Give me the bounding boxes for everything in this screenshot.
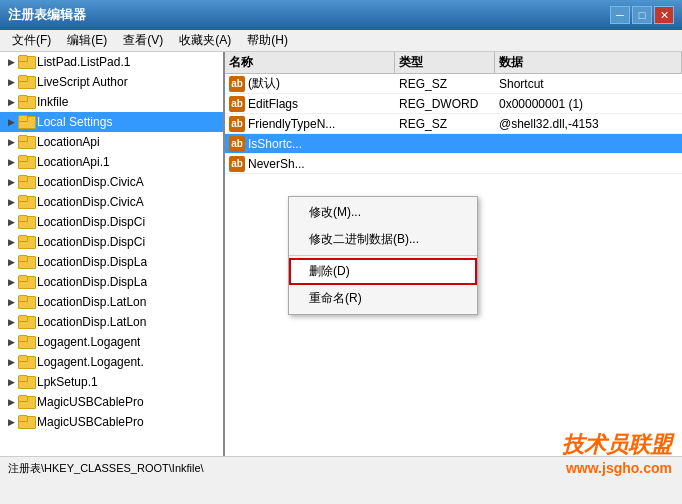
tree-item[interactable]: ▶Logagent.Logagent. (0, 352, 223, 372)
tree-item-label: ListPad.ListPad.1 (37, 55, 130, 69)
watermark-logo: 技术员联盟 (562, 430, 672, 460)
col-header-name: 名称 (225, 52, 395, 73)
tree-item[interactable]: ▶Logagent.Logagent (0, 332, 223, 352)
registry-value-icon: ab (229, 76, 245, 92)
close-button[interactable]: ✕ (654, 6, 674, 24)
reg-cell-name: abEditFlags (225, 96, 395, 112)
registry-value-icon: ab (229, 96, 245, 112)
folder-icon (18, 215, 34, 229)
context-menu: 修改(M)...修改二进制数据(B)...删除(D)重命名(R) (288, 196, 478, 315)
tree-item[interactable]: ▶MagicUSBCablePro (0, 392, 223, 412)
registry-row[interactable]: abIsShortc... (225, 134, 682, 154)
menu-help[interactable]: 帮助(H) (239, 30, 296, 51)
context-menu-item[interactable]: 修改二进制数据(B)... (289, 226, 477, 253)
folder-icon (18, 235, 34, 249)
tree-arrow-icon: ▶ (4, 115, 18, 129)
folder-icon (18, 95, 34, 109)
registry-row[interactable]: abNeverSh... (225, 154, 682, 174)
status-text: 注册表\HKEY_CLASSES_ROOT\Inkfile\ (8, 461, 204, 476)
tree-item[interactable]: ▶LocationDisp.CivicA (0, 192, 223, 212)
tree-item[interactable]: ▶LocationDisp.CivicA (0, 172, 223, 192)
tree-item[interactable]: ▶LocationApi.1 (0, 152, 223, 172)
tree-item-label: LocationDisp.DispLa (37, 275, 147, 289)
tree-item-label: LocationDisp.DispCi (37, 235, 145, 249)
folder-icon (18, 155, 34, 169)
registry-value-icon: ab (229, 136, 245, 152)
tree-item[interactable]: ▶ListPad.ListPad.1 (0, 52, 223, 72)
tree-item-label: LocationApi.1 (37, 155, 110, 169)
tree-arrow-icon: ▶ (4, 335, 18, 349)
reg-name-text: IsShortc... (248, 137, 302, 151)
tree-item-label: Logagent.Logagent. (37, 355, 144, 369)
tree-item-label: Local Settings (37, 115, 112, 129)
tree-scroll[interactable]: ▶ListPad.ListPad.1▶LiveScript Author▶Ink… (0, 52, 223, 434)
folder-icon (18, 295, 34, 309)
registry-row[interactable]: abFriendlyTypeN...REG_SZ@shell32.dll,-41… (225, 114, 682, 134)
watermark: 技术员联盟 www.jsgho.com (562, 430, 672, 476)
reg-cell-data: @shell32.dll,-4153 (495, 117, 682, 131)
col-header-type: 类型 (395, 52, 495, 73)
context-menu-item[interactable]: 重命名(R) (289, 285, 477, 312)
context-menu-item[interactable]: 修改(M)... (289, 199, 477, 226)
tree-item-label: LpkSetup.1 (37, 375, 98, 389)
reg-cell-data: 0x00000001 (1) (495, 97, 682, 111)
folder-icon (18, 75, 34, 89)
menu-favorites[interactable]: 收藏夹(A) (171, 30, 239, 51)
tree-arrow-icon: ▶ (4, 255, 18, 269)
registry-value-icon: ab (229, 156, 245, 172)
menu-bar: 文件(F) 编辑(E) 查看(V) 收藏夹(A) 帮助(H) (0, 30, 682, 52)
column-headers: 名称 类型 数据 (225, 52, 682, 74)
maximize-button[interactable]: □ (632, 6, 652, 24)
col-header-data: 数据 (495, 52, 682, 73)
reg-cell-type: REG_SZ (395, 117, 495, 131)
reg-name-text: EditFlags (248, 97, 298, 111)
tree-item-label: MagicUSBCablePro (37, 395, 144, 409)
registry-row[interactable]: abEditFlagsREG_DWORD0x00000001 (1) (225, 94, 682, 114)
tree-item[interactable]: ▶LocationDisp.LatLon (0, 292, 223, 312)
registry-value-icon: ab (229, 116, 245, 132)
tree-item[interactable]: ▶Inkfile (0, 92, 223, 112)
folder-icon (18, 415, 34, 429)
folder-icon (18, 115, 34, 129)
tree-arrow-icon: ▶ (4, 175, 18, 189)
tree-item[interactable]: ▶LocationDisp.DispLa (0, 272, 223, 292)
tree-item[interactable]: ▶LocationDisp.DispCi (0, 232, 223, 252)
tree-item-label: Inkfile (37, 95, 68, 109)
reg-name-text: NeverSh... (248, 157, 305, 171)
tree-item-label: LocationDisp.DispLa (37, 255, 147, 269)
tree-item[interactable]: ▶LocationApi (0, 132, 223, 152)
context-menu-item[interactable]: 删除(D) (289, 258, 477, 285)
registry-row[interactable]: ab(默认)REG_SZShortcut (225, 74, 682, 94)
reg-cell-name: ab(默认) (225, 75, 395, 92)
folder-icon (18, 255, 34, 269)
tree-item[interactable]: ▶LocationDisp.LatLon (0, 312, 223, 332)
folder-icon (18, 135, 34, 149)
folder-icon (18, 175, 34, 189)
tree-item[interactable]: ▶MagicUSBCablePro (0, 412, 223, 432)
tree-item[interactable]: ▶LocationDisp.DispCi (0, 212, 223, 232)
reg-cell-name: abNeverSh... (225, 156, 395, 172)
tree-arrow-icon: ▶ (4, 135, 18, 149)
tree-arrow-icon: ▶ (4, 215, 18, 229)
tree-item-label: Logagent.Logagent (37, 335, 140, 349)
tree-item-label: LocationApi (37, 135, 100, 149)
reg-name-text: FriendlyTypeN... (248, 117, 335, 131)
tree-item[interactable]: ▶Local Settings (0, 112, 223, 132)
tree-arrow-icon: ▶ (4, 295, 18, 309)
folder-icon (18, 375, 34, 389)
tree-item[interactable]: ▶LocationDisp.DispLa (0, 252, 223, 272)
menu-file[interactable]: 文件(F) (4, 30, 59, 51)
minimize-button[interactable]: ─ (610, 6, 630, 24)
window-title: 注册表编辑器 (8, 6, 86, 24)
tree-item[interactable]: ▶LpkSetup.1 (0, 372, 223, 392)
watermark-url: www.jsgho.com (562, 460, 672, 476)
tree-item-label: LocationDisp.CivicA (37, 175, 144, 189)
menu-view[interactable]: 查看(V) (115, 30, 171, 51)
tree-pane: ▶ListPad.ListPad.1▶LiveScript Author▶Ink… (0, 52, 225, 456)
tree-arrow-icon: ▶ (4, 375, 18, 389)
tree-item[interactable]: ▶LiveScript Author (0, 72, 223, 92)
tree-item[interactable]: ▶mapi (0, 432, 223, 434)
tree-arrow-icon: ▶ (4, 415, 18, 429)
menu-edit[interactable]: 编辑(E) (59, 30, 115, 51)
tree-arrow-icon: ▶ (4, 55, 18, 69)
